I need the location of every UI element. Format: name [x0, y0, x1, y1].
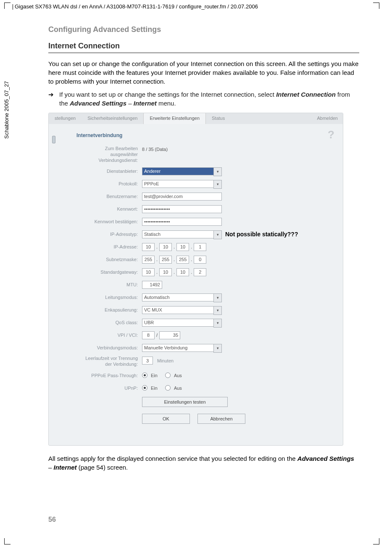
annotation-not-possible: Not possible statically???: [222, 231, 298, 238]
row-confirm-password: Kennwort bestätigen: ••••••••••••••••: [58, 217, 334, 226]
tab-settings-fragment[interactable]: stellungen: [49, 113, 82, 124]
label-encapsulation: Enkapsulierung:: [58, 307, 142, 312]
radio-label-off: Aus: [174, 373, 182, 378]
router-ui-screenshot: stellungen Sicherheitseinstellungen Erwe…: [48, 113, 343, 446]
select-qos[interactable]: UBR ▾: [142, 319, 222, 327]
input-ip-octet[interactable]: 10: [142, 243, 155, 251]
crop-mark: [4, 538, 11, 544]
document-side-text: Schablone 2005_07_27: [3, 81, 10, 139]
select-encapsulation[interactable]: VC MUX ▾: [142, 306, 222, 314]
row-ip-address: IP-Adresse: 10. 10. 10. 1: [58, 242, 334, 251]
page-number: 56: [48, 516, 56, 523]
input-username[interactable]: test@provider.com: [142, 193, 222, 201]
label-idle-time: Leerlaufzeit vor Trennung der Verbindung…: [58, 356, 142, 367]
label-password: Kennwort:: [58, 206, 142, 211]
label-subnet: Subnetzmaske:: [58, 257, 142, 262]
footer-paragraph: All settings apply for the displayed con…: [48, 454, 359, 472]
input-subnet-octet[interactable]: 255: [159, 256, 172, 264]
section-title: Configuring Advanced Settings: [48, 25, 359, 34]
test-settings-button[interactable]: Einstellungen testen: [142, 397, 228, 407]
input-ip-octet[interactable]: 10: [159, 243, 172, 251]
input-subnet-octet[interactable]: 255: [142, 256, 155, 264]
input-password[interactable]: ••••••••••••••••: [142, 205, 222, 213]
row-password: Kennwort: ••••••••••••••••: [58, 204, 334, 214]
select-connection-mode[interactable]: Manuelle Verbindung ▾: [142, 344, 222, 352]
arrow-icon: ➔: [48, 90, 59, 108]
input-gateway-octet[interactable]: 10: [142, 268, 155, 276]
radio-upnp-on[interactable]: [142, 385, 147, 391]
ok-button[interactable]: OK: [142, 414, 190, 424]
label-pppoe-passthrough: PPPoE Pass-Through:: [58, 373, 142, 378]
document-header-path: Gigaset SX763 WLAN dsl / en AnnA / A3100…: [13, 3, 258, 10]
row-connection-service: Zum Bearbeiten ausgewählter Verbindungsd…: [58, 146, 334, 163]
radio-label-off: Aus: [174, 386, 182, 391]
chevron-down-icon: ▾: [213, 344, 222, 353]
radio-pppoe-off[interactable]: [165, 373, 171, 378]
label-username: Benutzername:: [58, 194, 142, 199]
value-connection-service: 8 / 35 (Data): [142, 146, 168, 152]
input-mtu[interactable]: 1492: [142, 281, 162, 289]
chevron-down-icon: ▾: [213, 306, 222, 315]
tab-status[interactable]: Status: [206, 113, 231, 124]
label-ip-address: IP-Adresse:: [58, 244, 142, 249]
input-subnet-octet[interactable]: 255: [176, 256, 189, 264]
label-qos: QoS class:: [58, 320, 142, 325]
input-idle-minutes[interactable]: 3: [142, 357, 153, 365]
select-ip-type[interactable]: Statisch ▾: [142, 230, 222, 238]
radio-pppoe-on[interactable]: [142, 373, 147, 378]
intro-paragraph: You can set up or change the configurati…: [48, 59, 359, 86]
input-ip-octet[interactable]: 10: [176, 243, 189, 251]
cancel-button[interactable]: Abbrechen: [197, 414, 245, 424]
page-heading: Internet Connection: [48, 42, 359, 53]
input-confirm-password[interactable]: ••••••••••••••••: [142, 218, 222, 226]
input-gateway-octet[interactable]: 2: [194, 268, 206, 276]
label-ip-type: IP-Adresstyp:: [58, 232, 142, 237]
row-line-mode: Leitungsmodus: Automatisch ▾: [58, 293, 334, 302]
label-mtu: MTU:: [58, 282, 142, 287]
input-vpi[interactable]: 8: [142, 331, 155, 339]
row-mtu: MTU: 1492: [58, 280, 334, 289]
row-vpi-vci: VPI / VCI: 8 / 35: [58, 330, 334, 340]
tab-advanced-settings[interactable]: Erweiterte Einstellungen: [143, 113, 206, 124]
row-username: Benutzername: test@provider.com: [58, 192, 334, 201]
panel-title: Internetverbindung: [76, 132, 334, 138]
input-gateway-octet[interactable]: 10: [176, 268, 189, 276]
tab-security-settings[interactable]: Sicherheitseinstellungen: [82, 113, 143, 124]
separator-slash: /: [156, 333, 158, 338]
chevron-down-icon: ▾: [213, 180, 222, 189]
row-encapsulation: Enkapsulierung: VC MUX ▾: [58, 305, 334, 314]
crop-mark: [373, 538, 379, 544]
radio-upnp-off[interactable]: [165, 385, 171, 391]
select-provider[interactable]: Anderer ▾: [142, 167, 222, 175]
chevron-down-icon: ▾: [213, 293, 222, 302]
label-vpi-vci: VPI / VCI:: [58, 333, 142, 338]
chevron-down-icon: ▾: [213, 167, 222, 176]
instruction-text: If you want to set up or change the sett…: [59, 90, 359, 108]
tab-bar: stellungen Sicherheitseinstellungen Erwe…: [49, 113, 343, 124]
button-row-okcancel: OK Abbrechen: [142, 414, 334, 424]
label-connection-mode: Verbindungsmodus:: [58, 345, 142, 350]
input-gateway-octet[interactable]: 10: [159, 268, 172, 276]
instruction-bullet: ➔ If you want to set up or change the se…: [48, 90, 359, 108]
logout-link[interactable]: Abmelden: [317, 113, 343, 124]
label-gateway: Standardgateway:: [58, 270, 142, 275]
input-subnet-octet[interactable]: 0: [194, 256, 206, 264]
crop-mark: [373, 3, 379, 9]
label-confirm-password: Kennwort bestätigen:: [58, 219, 142, 224]
row-provider: Dienstanbieter: Anderer ▾: [58, 166, 334, 176]
form-panel: Internetverbindung Zum Bearbeiten ausgew…: [49, 124, 343, 432]
row-pppoe-passthrough: PPPoE Pass-Through: Ein Aus: [58, 371, 334, 380]
row-connection-mode: Verbindungsmodus: Manuelle Verbindung ▾: [58, 343, 334, 352]
button-row-test: Einstellungen testen: [142, 397, 334, 407]
select-line-mode[interactable]: Automatisch ▾: [142, 293, 222, 301]
label-connection-service: Zum Bearbeiten ausgewählter Verbindungsd…: [58, 146, 142, 163]
label-line-mode: Leitungsmodus:: [58, 295, 142, 300]
label-upnp: UPnP:: [58, 386, 142, 391]
row-gateway: Standardgateway: 10. 10. 10. 2: [58, 267, 334, 277]
input-vci[interactable]: 35: [159, 331, 180, 339]
row-subnet: Subnetzmaske: 255. 255. 255. 0: [58, 255, 334, 264]
page-content: Configuring Advanced Settings Internet C…: [48, 25, 359, 472]
select-protocol[interactable]: PPPoE ▾: [142, 180, 222, 188]
input-ip-octet[interactable]: 1: [194, 243, 206, 251]
chevron-down-icon: ▾: [213, 319, 222, 328]
